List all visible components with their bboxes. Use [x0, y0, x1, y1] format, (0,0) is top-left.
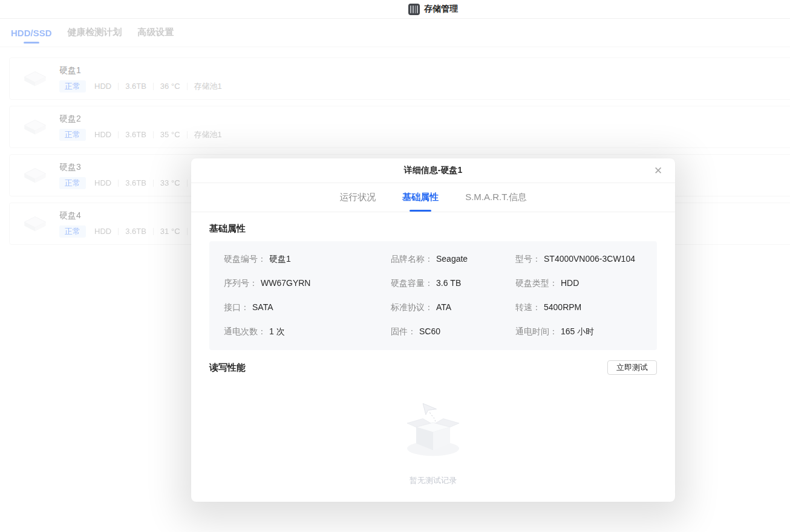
- disk-card-2[interactable]: 硬盘2 正常 HDD 3.6TB 35 °C 存储池1: [9, 106, 790, 148]
- disk-pool: 存储池1: [194, 129, 222, 140]
- disk-pool: 存储池1: [194, 81, 222, 92]
- hard-drive-icon: [21, 68, 49, 89]
- empty-state-text: 暂无测试记录: [410, 475, 457, 486]
- hard-drive-icon: [21, 117, 49, 137]
- empty-box-icon: [399, 398, 467, 465]
- properties-panel: 硬盘编号：硬盘1 品牌名称：Seagate 型号：ST4000VN006-3CW…: [209, 241, 657, 350]
- storage-manager-icon: [408, 4, 420, 15]
- empty-state: 暂无测试记录: [209, 398, 657, 486]
- prop-disk-type: 硬盘类型：HDD: [515, 278, 642, 289]
- disk-type: HDD: [94, 178, 111, 187]
- prop-power-on-hours: 通电时间：165 小时: [515, 326, 642, 337]
- disk-capacity: 3.6TB: [125, 130, 146, 139]
- disk-type: HDD: [94, 82, 111, 91]
- hard-drive-icon: [21, 165, 49, 186]
- tab-running-status[interactable]: 运行状况: [338, 183, 377, 212]
- prop-rpm: 转速：5400RPM: [515, 302, 642, 313]
- tab-smart-info[interactable]: S.M.A.R.T.信息: [464, 183, 528, 212]
- dialog-title: 详细信息-硬盘1: [404, 165, 462, 176]
- status-badge: 正常: [59, 80, 86, 92]
- disk-temp: 35 °C: [160, 130, 180, 139]
- disk-type: HDD: [94, 130, 111, 139]
- dialog-body: 基础属性 硬盘编号：硬盘1 品牌名称：Seagate 型号：ST4000VN00…: [191, 223, 675, 486]
- prop-protocol: 标准协议：ATA: [391, 302, 515, 313]
- page-tabbar: HDD/SSD 健康检测计划 高级设置: [0, 19, 790, 47]
- prop-power-on-count: 通电次数：1 次: [224, 326, 391, 337]
- disk-temp: 31 °C: [160, 227, 180, 236]
- prop-brand: 品牌名称：Seagate: [391, 254, 515, 265]
- dialog-tabbar: 运行状况 基础属性 S.M.A.R.T.信息: [191, 183, 675, 212]
- disk-capacity: 3.6TB: [125, 178, 146, 187]
- status-badge: 正常: [59, 225, 86, 238]
- prop-serial: 序列号：WW67GYRN: [224, 278, 391, 289]
- hard-drive-icon: [21, 213, 49, 234]
- disk-name: 硬盘1: [59, 65, 222, 76]
- tab-hdd-ssd[interactable]: HDD/SSD: [10, 28, 53, 47]
- app-title: 存储管理: [424, 4, 458, 15]
- basic-properties-heading: 基础属性: [209, 223, 657, 235]
- prop-disk-id: 硬盘编号：硬盘1: [224, 254, 391, 265]
- disk-detail-dialog: 详细信息-硬盘1 ✕ 运行状况 基础属性 S.M.A.R.T.信息 基础属性 硬…: [191, 158, 675, 502]
- tab-health-check-plan[interactable]: 健康检测计划: [67, 27, 123, 47]
- prop-capacity: 硬盘容量：3.6 TB: [391, 278, 515, 289]
- prop-model: 型号：ST4000VN006-3CW104: [515, 254, 642, 265]
- prop-interface: 接口：SATA: [224, 302, 391, 313]
- performance-heading: 读写性能: [209, 362, 246, 374]
- disk-temp: 36 °C: [160, 82, 180, 91]
- prop-firmware: 固件：SC60: [391, 326, 515, 337]
- status-badge: 正常: [59, 177, 86, 189]
- disk-name: 硬盘2: [59, 114, 222, 125]
- disk-capacity: 3.6TB: [125, 82, 146, 91]
- disk-temp: 33 °C: [160, 178, 180, 187]
- tab-basic-properties[interactable]: 基础属性: [401, 183, 440, 212]
- close-icon[interactable]: ✕: [651, 163, 665, 178]
- disk-card-1[interactable]: 硬盘1 正常 HDD 3.6TB 36 °C 存储池1: [9, 57, 790, 100]
- app-header: 存储管理: [0, 0, 790, 19]
- status-badge: 正常: [59, 129, 86, 141]
- disk-type: HDD: [94, 227, 111, 236]
- dialog-header: 详细信息-硬盘1 ✕: [191, 158, 675, 183]
- performance-section: 读写性能 立即测试: [209, 360, 657, 375]
- test-now-button[interactable]: 立即测试: [607, 360, 657, 375]
- tab-advanced-settings[interactable]: 高级设置: [137, 27, 175, 47]
- disk-capacity: 3.6TB: [125, 227, 146, 236]
